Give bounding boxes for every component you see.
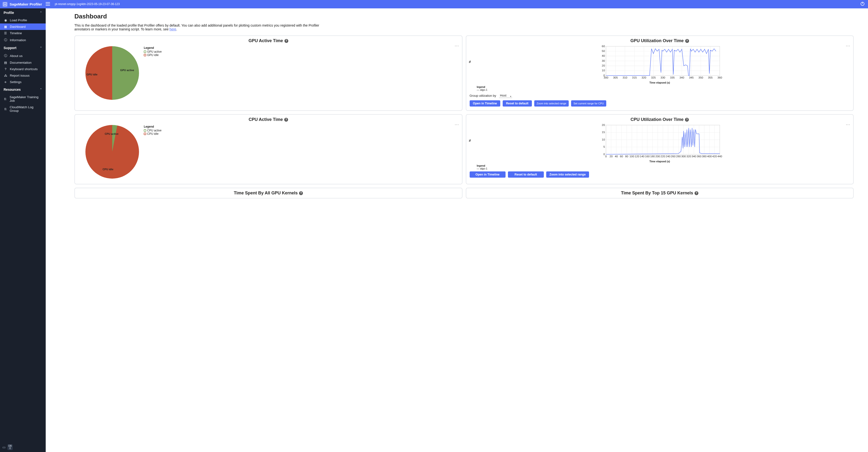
svg-text:360: 360: [697, 155, 702, 158]
svg-text:80: 80: [625, 155, 628, 158]
open-timeline-button[interactable]: Open in Timeline: [470, 172, 505, 178]
db-badge[interactable]: DB 0: [7, 444, 13, 450]
bug-icon: ⁂: [4, 74, 7, 77]
svg-text:20: 20: [602, 124, 605, 126]
legend: Legend CPU active CPU idle: [144, 125, 161, 135]
sidebar-section-profile[interactable]: Profile ⌃: [0, 8, 46, 17]
svg-text:5: 5: [603, 145, 605, 148]
svg-text:160: 160: [645, 155, 650, 158]
chart-icon[interactable]: ▭: [2, 445, 5, 449]
svg-text:330: 330: [660, 76, 665, 79]
cpu-active-pie: CPU active CPU idle: [85, 125, 139, 179]
svg-text:420: 420: [712, 155, 717, 158]
svg-text:220: 220: [660, 155, 665, 158]
doc-icon: ▤: [4, 61, 7, 64]
help-icon[interactable]: ?: [284, 39, 288, 43]
svg-text:440: 440: [717, 155, 722, 158]
sidebar-item-report[interactable]: ⁂Report issuus: [0, 72, 46, 79]
sidebar-section-resources[interactable]: Resources ⌃: [0, 85, 46, 94]
svg-text:320: 320: [642, 76, 646, 79]
info-icon: ⓘ: [4, 54, 7, 58]
sidebar-item-training-job[interactable]: ⎘SageMaker Training Job: [0, 94, 46, 104]
svg-text:0: 0: [605, 155, 607, 158]
page-description: This is the dashboard of the loaded prof…: [74, 24, 326, 31]
sidebar-item-settings[interactable]: ⎆Settings: [0, 79, 46, 85]
svg-text:200: 200: [655, 155, 660, 158]
cpu-util-chart[interactable]: % 05101520020406080100120140160180200220…: [471, 124, 849, 159]
group-by-dropdown[interactable]: Host: [499, 93, 512, 98]
sidebar-item-documentation[interactable]: ▤Documentation: [0, 59, 46, 66]
help-icon[interactable]: ?: [299, 191, 303, 195]
zoom-button[interactable]: Zoom into selected range: [546, 172, 589, 178]
svg-text:280: 280: [676, 155, 681, 158]
main-content: Dashboard This is the dashboard of the l…: [46, 8, 868, 452]
svg-text:310: 310: [623, 76, 627, 79]
sidebar-item-load-profile[interactable]: ◉Load Profile: [0, 17, 46, 24]
svg-text:360: 360: [717, 76, 722, 79]
sidebar-section-support[interactable]: Support ⌃: [0, 43, 46, 52]
svg-text:50: 50: [602, 49, 605, 53]
dashboard-icon: ▦: [4, 25, 7, 29]
svg-text:30: 30: [602, 59, 605, 62]
panel-gpu-kernels-top: Time Spent By Top 15 GPU Kernels ?: [466, 188, 854, 199]
set-cpu-range-button[interactable]: Set current range for CPU: [571, 100, 606, 107]
svg-text:60: 60: [602, 45, 605, 48]
svg-text:335: 335: [670, 76, 675, 79]
help-icon: ?: [4, 67, 7, 71]
svg-text:315: 315: [632, 76, 637, 79]
sidebar-item-information[interactable]: ⓘInformation: [0, 36, 46, 43]
sidebar-item-cloudwatch[interactable]: ⎘CloudWatch Log Group: [0, 104, 46, 114]
sidebar-item-timeline[interactable]: ☰Timeline: [0, 30, 46, 36]
link-icon: ⎘: [4, 107, 7, 111]
sidebar-item-dashboard[interactable]: ▦Dashboard: [0, 24, 46, 30]
chart-legend: legend — algo-1: [477, 164, 850, 170]
help-icon[interactable]: ?: [694, 191, 699, 195]
svg-text:15: 15: [602, 130, 605, 133]
svg-text:100: 100: [629, 155, 634, 158]
app-logo: [2, 2, 8, 7]
help-icon[interactable]: ?: [685, 39, 689, 43]
svg-text:10: 10: [602, 69, 605, 72]
help-icon[interactable]: ?: [284, 118, 288, 122]
svg-text:40: 40: [602, 54, 605, 57]
sidebar-item-about[interactable]: ⓘAbout us: [0, 52, 46, 59]
panel-gpu-active: GPU Active Time ? ⋯ GPU active GPU idle …: [74, 35, 462, 111]
panel-menu-icon[interactable]: ⋯: [455, 43, 459, 48]
menu-toggle-icon[interactable]: [46, 2, 50, 6]
svg-text:20: 20: [609, 155, 613, 158]
link-icon: ⎘: [4, 97, 7, 101]
open-timeline-button[interactable]: Open in Timeline: [470, 100, 500, 107]
svg-text:120: 120: [634, 155, 639, 158]
panel-cpu-active: CPU Active Time ? ⋯ CPU active CPU idle …: [74, 114, 462, 184]
svg-text:260: 260: [671, 155, 676, 158]
reset-button[interactable]: Reset to default: [503, 100, 532, 107]
learn-more-link[interactable]: here: [169, 27, 176, 31]
sidebar: Profile ⌃ ◉Load Profile ▦Dashboard ☰Time…: [0, 8, 46, 452]
svg-text:325: 325: [651, 76, 656, 79]
sidebar-item-keyboard[interactable]: ?Keyboard shortcuts: [0, 66, 46, 72]
panel-title: Time Spent By All GPU Kernels ?: [78, 190, 459, 195]
info-icon: ⓘ: [4, 38, 7, 42]
panel-title: GPU Utilization Over Time ?: [470, 38, 850, 43]
svg-text:340: 340: [679, 76, 684, 79]
svg-text:140: 140: [640, 155, 645, 158]
svg-text:20: 20: [602, 64, 605, 67]
zoom-button[interactable]: Zoom into selected range: [534, 100, 569, 107]
chevron-up-icon: ⌃: [40, 46, 42, 50]
panel-gpu-util: GPU Utilization Over Time ? ⋯ % 01020304…: [466, 35, 854, 111]
svg-text:320: 320: [686, 155, 691, 158]
power-icon[interactable]: [860, 2, 865, 7]
svg-text:305: 305: [613, 76, 618, 79]
gpu-util-chart[interactable]: % 01020304050603003053103153203253303353…: [471, 45, 849, 81]
svg-text:10: 10: [602, 138, 605, 141]
svg-text:240: 240: [665, 155, 671, 158]
svg-text:40: 40: [615, 155, 618, 158]
help-icon[interactable]: ?: [685, 118, 689, 122]
reset-button[interactable]: Reset to default: [508, 172, 544, 178]
job-name: pt-resnet-smppy-1xg4dn-2023-05-19-23-07-…: [55, 3, 120, 6]
panel-title: CPU Utilization Over Time ?: [470, 117, 850, 122]
page-title: Dashboard: [74, 13, 854, 20]
compass-icon: ◉: [4, 19, 7, 22]
chevron-up-icon: ⌃: [40, 11, 42, 14]
panel-menu-icon[interactable]: ⋯: [455, 122, 459, 127]
